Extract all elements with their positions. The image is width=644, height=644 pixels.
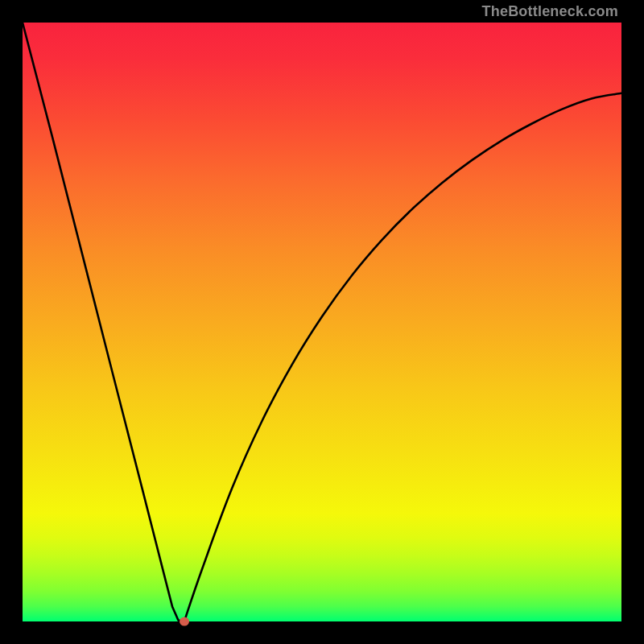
bottleneck-curve <box>23 23 621 621</box>
chart-frame: TheBottleneck.com <box>0 0 644 644</box>
optimum-marker <box>180 617 189 626</box>
attribution-text: TheBottleneck.com <box>482 3 618 20</box>
plot-area <box>23 23 621 621</box>
curve-svg <box>23 23 621 621</box>
